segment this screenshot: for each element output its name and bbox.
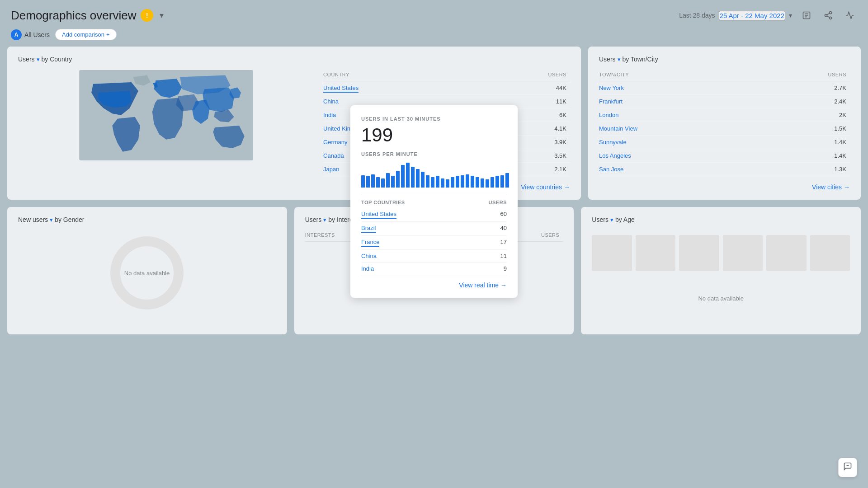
city-table-row: San Jose1.3K bbox=[599, 163, 850, 176]
age-title-suffix: by Age bbox=[615, 216, 635, 223]
world-map-area bbox=[18, 70, 314, 176]
arrow-right-icon-realtime: → bbox=[500, 282, 507, 289]
add-comparison-button[interactable]: Add comparison + bbox=[55, 29, 117, 40]
realtime-label: USERS IN LAST 30 MINUTES bbox=[361, 116, 507, 122]
age-title-prefix: Users bbox=[592, 216, 609, 223]
bar-chart-bar bbox=[376, 177, 380, 188]
realtime-country-name[interactable]: United States bbox=[361, 211, 396, 219]
bar-chart-bar bbox=[421, 172, 425, 188]
bar-chart-bar bbox=[466, 174, 469, 188]
view-cities-link[interactable]: View cities → bbox=[812, 183, 850, 191]
city-col-header: TOWN/CITY bbox=[599, 70, 764, 81]
view-realtime-link[interactable]: View real time → bbox=[459, 282, 507, 289]
city-table-row: London2K bbox=[599, 108, 850, 122]
bar-chart-bar bbox=[495, 176, 499, 188]
interests-title-prefix: Users bbox=[305, 216, 322, 223]
bar-chart-bar bbox=[381, 178, 385, 188]
city-table-row: Mountain View1.5K bbox=[599, 122, 850, 136]
city-card-title: Users ▾ by Town/City bbox=[599, 56, 850, 63]
city-title-suffix: by Town/City bbox=[623, 56, 658, 63]
bar-chart-bar bbox=[406, 163, 410, 188]
bar-chart-bar bbox=[371, 174, 375, 188]
country-title-dropdown[interactable]: ▾ bbox=[37, 56, 40, 63]
city-name-cell[interactable]: San Jose bbox=[599, 163, 764, 176]
city-card-footer: View cities → bbox=[599, 183, 850, 191]
world-map-svg bbox=[18, 70, 314, 160]
bar-chart-bar bbox=[401, 165, 405, 188]
bar-chart-bar bbox=[446, 179, 449, 188]
city-table-row: New York2.7K bbox=[599, 81, 850, 95]
realtime-countries-list: United States60Brazil40France17China11In… bbox=[361, 208, 507, 275]
city-table-row: Sunnyvale1.4K bbox=[599, 136, 850, 149]
header-right: Last 28 days 25 Apr - 22 May 2022 ▾ bbox=[679, 8, 857, 23]
age-dropdown[interactable]: ▾ bbox=[610, 216, 613, 223]
all-users-badge: A All Users bbox=[11, 29, 50, 40]
city-name-cell[interactable]: New York bbox=[599, 81, 764, 95]
bar-chart-bar bbox=[391, 176, 395, 188]
city-users-cell: 1.4K bbox=[764, 149, 850, 163]
add-comparison-label: Add comparison bbox=[62, 31, 104, 38]
interests-dropdown[interactable]: ▾ bbox=[323, 216, 326, 223]
warning-icon: ! bbox=[141, 9, 153, 22]
gender-dropdown[interactable]: ▾ bbox=[50, 216, 53, 223]
view-countries-link[interactable]: View countries → bbox=[521, 183, 570, 191]
bar-chart-bar bbox=[431, 177, 434, 188]
analytics-button[interactable] bbox=[843, 8, 857, 23]
bar-chart-bar bbox=[426, 175, 429, 188]
bar-chart-bar bbox=[471, 176, 474, 188]
bar-chart-bar bbox=[486, 179, 489, 188]
all-users-label: All Users bbox=[24, 31, 50, 38]
country-table-row: United States44K bbox=[323, 81, 570, 95]
add-icon: + bbox=[106, 31, 110, 38]
city-name-cell[interactable]: London bbox=[599, 108, 764, 122]
realtime-country-name[interactable]: Brazil bbox=[361, 225, 376, 233]
arrow-right-icon: → bbox=[564, 183, 570, 191]
edit-report-button[interactable] bbox=[799, 8, 814, 23]
view-realtime-label: View real time bbox=[459, 282, 499, 289]
country-title-prefix: Users bbox=[18, 56, 35, 63]
realtime-country-name[interactable]: France bbox=[361, 239, 379, 247]
city-users-cell: 1.5K bbox=[764, 122, 850, 136]
svg-line-5 bbox=[827, 13, 830, 14]
header: Demographics overview ! ▾ Last 28 days 2… bbox=[0, 0, 868, 27]
city-name-cell[interactable]: Frankfurt bbox=[599, 95, 764, 108]
bar-chart-bar bbox=[386, 173, 390, 188]
title-dropdown-button[interactable]: ▾ bbox=[158, 9, 165, 22]
realtime-country-row: India9 bbox=[361, 263, 507, 275]
realtime-card: USERS IN LAST 30 MINUTES 199 USERS PER M… bbox=[350, 105, 518, 298]
country-name-cell[interactable]: United States bbox=[323, 81, 490, 95]
age-no-data: No data available bbox=[592, 271, 850, 325]
gender-card: New users ▾ by Gender No data available bbox=[7, 207, 287, 334]
header-left: Demographics overview ! ▾ bbox=[11, 9, 165, 23]
gender-title-suffix: by Gender bbox=[55, 216, 84, 223]
bar-chart-bar bbox=[411, 167, 415, 188]
realtime-country-name[interactable]: India bbox=[361, 265, 374, 272]
feedback-button[interactable] bbox=[838, 458, 857, 477]
realtime-country-users: 9 bbox=[504, 265, 507, 272]
city-users-cell: 2K bbox=[764, 108, 850, 122]
user-avatar: A bbox=[11, 29, 22, 40]
city-name-cell[interactable]: Los Angeles bbox=[599, 149, 764, 163]
realtime-country-name[interactable]: China bbox=[361, 253, 377, 259]
city-name-cell[interactable]: Mountain View bbox=[599, 122, 764, 136]
city-data-table: TOWN/CITY USERS New York2.7KFrankfurt2.4… bbox=[599, 70, 850, 176]
city-title-dropdown[interactable]: ▾ bbox=[618, 56, 621, 63]
city-table-row: Los Angeles1.4K bbox=[599, 149, 850, 163]
bar-chart-bar bbox=[500, 175, 504, 188]
city-users-cell: 2.7K bbox=[764, 81, 850, 95]
top-countries-label: TOP COUNTRIES bbox=[361, 200, 405, 205]
view-cities-label: View cities bbox=[812, 183, 842, 191]
share-button[interactable] bbox=[821, 8, 835, 23]
bar-chart-bar bbox=[456, 176, 459, 188]
svg-line-4 bbox=[827, 16, 830, 17]
date-range-value[interactable]: 25 Apr - 22 May 2022 bbox=[719, 11, 785, 20]
city-name-cell[interactable]: Sunnyvale bbox=[599, 136, 764, 149]
top-countries-header: TOP COUNTRIES USERS bbox=[361, 195, 507, 205]
bar-chart-bar bbox=[366, 176, 370, 188]
svg-point-1 bbox=[830, 12, 832, 14]
comparison-bar: A All Users Add comparison + bbox=[0, 27, 868, 47]
bar-chart-bar bbox=[491, 177, 494, 188]
svg-text:No data available: No data available bbox=[124, 270, 170, 277]
gender-card-title: New users ▾ by Gender bbox=[18, 216, 276, 223]
bar-chart-bar bbox=[441, 178, 444, 188]
